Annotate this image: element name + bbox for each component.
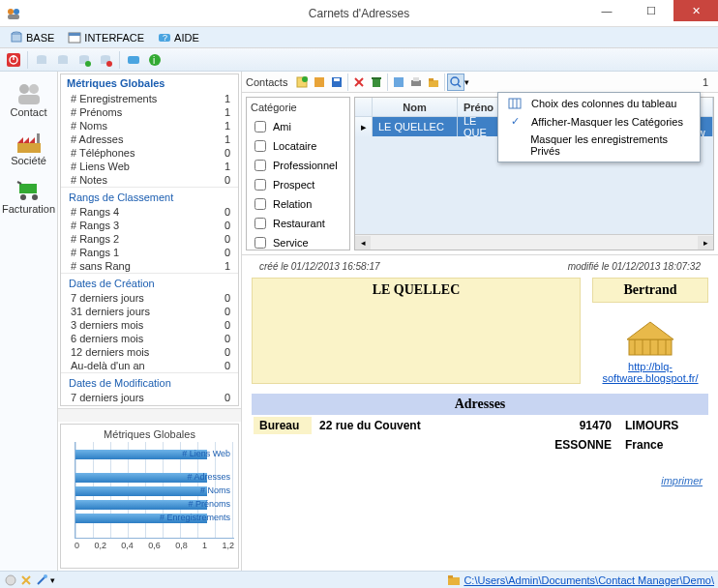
cat-professionnel[interactable]: Professionnel [251, 156, 345, 175]
svg-rect-32 [37, 133, 40, 143]
metrics-scroll[interactable]: Métriques Globales # Enregistrements1 # … [60, 74, 239, 406]
status-path[interactable]: C:\Users\Admin\Documents\Contact Manager… [447, 574, 714, 586]
svg-point-38 [302, 76, 308, 82]
status-icon-1[interactable] [4, 573, 17, 587]
svg-rect-28 [17, 143, 41, 153]
help-button[interactable] [124, 50, 143, 70]
info-button[interactable]: i [145, 50, 165, 70]
cat-restaurant[interactable]: Restaurant [251, 214, 345, 233]
svg-rect-41 [334, 78, 340, 81]
status-bar: ▾ C:\Users\Admin\Documents\Contact Manag… [0, 571, 718, 588]
window-title: Carnets d'Adresses [309, 7, 409, 20]
contacts-label: Contacts [246, 76, 287, 88]
nav-facturation[interactable]: Facturation [0, 174, 57, 222]
db2-button[interactable] [53, 50, 73, 70]
delete-button[interactable] [350, 74, 368, 91]
svg-text:?: ? [163, 33, 167, 43]
svg-rect-66 [448, 577, 460, 585]
svg-rect-49 [429, 80, 438, 87]
help-icon: ? [158, 31, 171, 44]
svg-line-52 [458, 84, 461, 87]
metrics-column: Métriques Globales # Enregistrements1 # … [58, 72, 242, 571]
svg-point-65 [44, 574, 47, 578]
metrics-hscroll[interactable] [58, 408, 241, 422]
svg-rect-48 [413, 77, 419, 81]
cat-service[interactable]: Service [251, 233, 345, 252]
metrics-title: Métriques Globales [61, 74, 238, 92]
status-icon-2[interactable] [19, 573, 33, 587]
database-icon [10, 31, 23, 44]
svg-rect-50 [429, 78, 434, 81]
svg-rect-67 [448, 575, 453, 578]
svg-point-63 [6, 575, 15, 585]
nav-contact[interactable]: Contact [0, 77, 57, 126]
building-icon [621, 310, 679, 359]
addr-street: 22 rue du Couvent [314, 417, 547, 434]
columns-dropdown: Choix des colonnes du tableau ✓Afficher-… [497, 92, 701, 162]
svg-marker-30 [23, 137, 29, 143]
print-link[interactable]: imprimer [252, 456, 708, 486]
db-red-button[interactable] [96, 50, 115, 70]
wand-icon[interactable] [35, 573, 48, 587]
svg-point-21 [106, 61, 112, 67]
db-green-button[interactable] [75, 50, 94, 70]
edit-button[interactable] [311, 74, 328, 91]
maximize-button[interactable]: ☐ [629, 0, 673, 21]
addr-zip: 91470 [549, 417, 617, 434]
menu-show-categories[interactable]: ✓Afficher-Masquer les Catégories [500, 112, 698, 131]
new-contact-button[interactable] [293, 74, 311, 91]
website-link[interactable]: http://blq-software.blogspot.fr/ [592, 361, 708, 384]
row-pointer-icon: ▸ [355, 117, 373, 136]
addr-country: France [619, 436, 706, 454]
cat-ami[interactable]: Ami [251, 117, 345, 136]
cat-relation[interactable]: Relation [251, 194, 345, 214]
chevron-down-icon[interactable]: ▾ [464, 77, 469, 87]
svg-point-0 [8, 9, 14, 15]
svg-rect-6 [69, 33, 80, 36]
cat-prospect[interactable]: Prospect [251, 175, 345, 194]
categories-title: Catégorie [251, 102, 345, 113]
search-button[interactable] [447, 74, 464, 91]
svg-point-34 [20, 194, 26, 200]
detail-prenom: Bertrand [592, 278, 708, 303]
menu-aide[interactable]: ? AIDE [152, 31, 205, 44]
print-button[interactable] [407, 74, 425, 91]
preview-button[interactable] [390, 74, 407, 91]
people-icon [15, 81, 43, 106]
svg-rect-4 [12, 34, 21, 42]
menu-base[interactable]: BASE [4, 31, 60, 44]
svg-rect-46 [394, 77, 404, 87]
menubar: BASE INTERFACE ? AIDE [0, 27, 718, 48]
save-button[interactable] [328, 74, 345, 91]
cart-icon [15, 178, 43, 203]
svg-point-26 [29, 84, 39, 94]
metric-row: # Enregistrements1 [61, 92, 238, 105]
svg-marker-29 [17, 137, 23, 143]
folder-icon [447, 574, 461, 586]
close-button[interactable]: ✕ [673, 0, 718, 21]
menu-interface[interactable]: INTERFACE [62, 31, 150, 44]
power-button[interactable] [4, 50, 23, 70]
nav-societe[interactable]: Société [0, 126, 57, 174]
addr-label: Bureau [254, 417, 312, 434]
grid-hscroll[interactable]: ◂ ▸ [355, 234, 713, 250]
db1-button[interactable] [32, 50, 51, 70]
svg-text:i: i [153, 55, 155, 66]
left-nav: Contact Société Facturation [0, 72, 58, 571]
trash-button[interactable] [368, 74, 385, 91]
minimize-button[interactable]: — [584, 0, 629, 21]
created-stamp: créé le 01/12/2013 16:58:17 [259, 261, 380, 272]
svg-rect-53 [509, 99, 521, 108]
window-icon [68, 31, 81, 44]
cat-locataire[interactable]: Locataire [251, 136, 345, 156]
svg-rect-2 [8, 15, 19, 19]
svg-rect-15 [58, 57, 68, 64]
col-prenom[interactable]: Préno [458, 98, 500, 116]
svg-rect-33 [19, 184, 37, 193]
menu-mask-private[interactable]: Masquer les enregistrements Privés [500, 131, 698, 160]
folder-button[interactable] [425, 74, 442, 91]
col-nom[interactable]: Nom [373, 98, 458, 116]
modified-stamp: modifié le 01/12/2013 18:07:32 [568, 261, 701, 272]
svg-point-18 [85, 61, 91, 67]
menu-choose-columns[interactable]: Choix des colonnes du tableau [500, 95, 698, 112]
